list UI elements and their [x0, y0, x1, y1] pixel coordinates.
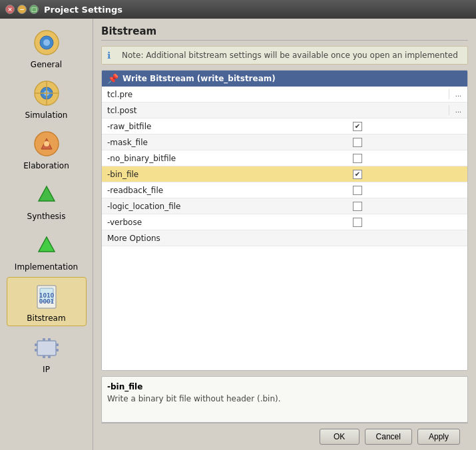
- sidebar-item-implementation[interactable]: Implementation: [7, 226, 87, 274]
- row-checkbox-no-binary-bitfile[interactable]: [348, 152, 467, 165]
- sidebar-item-ip[interactable]: IP: [7, 329, 87, 377]
- checkbox-raw-bitfile[interactable]: ✔: [353, 122, 362, 131]
- table-header-label: Write Bitstream (write_bitstream): [122, 74, 276, 83]
- titlebar: × − □ Project Settings: [0, 0, 476, 19]
- row-name-bin-file: -bin_file: [102, 168, 348, 181]
- svg-rect-18: [35, 349, 37, 351]
- sidebar-item-ip-label: IP: [43, 365, 50, 374]
- description-area: -bin_file Write a binary bit file withou…: [101, 376, 468, 423]
- svg-rect-20: [56, 349, 59, 351]
- svg-point-2: [43, 39, 50, 46]
- row-checkbox-mask-file[interactable]: [348, 136, 467, 149]
- svg-rect-17: [35, 343, 37, 346]
- sidebar-item-implementation-label: Implementation: [15, 262, 78, 272]
- row-value-more-options: [348, 236, 467, 240]
- window-title: Project Settings: [44, 5, 122, 15]
- sidebar-item-general-label: General: [31, 60, 62, 69]
- implementation-icon: [31, 229, 63, 261]
- svg-rect-16: [37, 341, 56, 355]
- row-value-tcl-pre: [329, 93, 449, 97]
- svg-point-9: [44, 141, 49, 146]
- svg-text:1010: 1010: [39, 293, 54, 299]
- maximize-button[interactable]: □: [29, 5, 39, 14]
- checkbox-bin-file[interactable]: ✔: [353, 170, 362, 179]
- table-row[interactable]: -raw_bitfile✔: [102, 118, 467, 134]
- sidebar-item-elaboration[interactable]: Elaboration: [7, 125, 87, 173]
- close-button[interactable]: ×: [5, 5, 15, 14]
- elaboration-icon: [31, 128, 63, 160]
- pin-icon: 📌: [107, 73, 119, 84]
- checkbox-mask-file[interactable]: [353, 138, 362, 147]
- sidebar-item-elaboration-label: Elaboration: [23, 161, 69, 170]
- footer: OK Cancel Apply: [101, 423, 468, 450]
- checkbox-readback-file[interactable]: [353, 186, 362, 195]
- info-message: Note: Additional bitstream settings will…: [122, 51, 458, 60]
- section-title: Bitstream: [101, 25, 468, 41]
- simulation-icon: [31, 77, 63, 109]
- description-text: Write a binary bit file without header (…: [107, 394, 462, 403]
- sidebar-item-bitstream[interactable]: 1010 0001 Bitstream: [7, 277, 87, 326]
- minimize-button[interactable]: −: [17, 5, 27, 14]
- sidebar-item-simulation[interactable]: Simulation: [7, 75, 87, 122]
- settings-table: 📌 Write Bitstream (write_bitstream) tcl.…: [101, 70, 468, 371]
- row-checkbox-logic-location-file[interactable]: [348, 200, 467, 213]
- table-row[interactable]: tcl.post...: [102, 103, 467, 118]
- apply-button[interactable]: Apply: [417, 429, 460, 445]
- checkbox-verbose[interactable]: [353, 218, 362, 227]
- info-icon: ℹ: [107, 50, 118, 61]
- info-bar: ℹ Note: Additional bitstream settings wi…: [101, 46, 468, 65]
- row-checkbox-verbose[interactable]: [348, 216, 467, 229]
- row-checkbox-bin-file[interactable]: ✔: [348, 168, 467, 181]
- general-icon: [31, 27, 63, 59]
- checkbox-logic-location-file[interactable]: [353, 202, 362, 211]
- table-row[interactable]: -mask_file: [102, 134, 467, 150]
- sidebar-item-general[interactable]: General: [7, 24, 87, 72]
- row-value-tcl-post: [329, 109, 449, 112]
- ellipsis-button-tcl-pre[interactable]: ...: [449, 89, 467, 99]
- row-name-logic-location-file: -logic_location_file: [102, 200, 348, 213]
- svg-rect-21: [43, 338, 45, 341]
- ellipsis-button-tcl-post[interactable]: ...: [449, 105, 467, 115]
- sidebar-item-synthesis-label: Synthesis: [27, 212, 66, 221]
- svg-rect-19: [56, 343, 59, 346]
- ip-icon: [31, 332, 63, 363]
- checkbox-no-binary-bitfile[interactable]: [353, 154, 362, 163]
- row-name-raw-bitfile: -raw_bitfile: [102, 120, 348, 133]
- table-row[interactable]: -readback_file: [102, 182, 467, 198]
- table-body: tcl.pre...tcl.post...-raw_bitfile✔-mask_…: [102, 87, 467, 246]
- row-name-tcl-post: tcl.post: [102, 104, 329, 117]
- row-name-tcl-pre: tcl.pre: [102, 88, 329, 101]
- svg-text:0001: 0001: [39, 299, 54, 305]
- main-container: General Simulation: [0, 19, 476, 450]
- table-row[interactable]: -logic_location_file: [102, 198, 467, 214]
- svg-rect-24: [48, 355, 51, 358]
- sidebar: General Simulation: [0, 19, 93, 450]
- row-name-verbose: -verbose: [102, 216, 348, 229]
- svg-marker-10: [39, 186, 55, 201]
- row-name-more-options: More Options: [102, 232, 348, 245]
- row-checkbox-readback-file[interactable]: [348, 184, 467, 197]
- titlebar-buttons: × − □: [5, 5, 39, 14]
- ok-button[interactable]: OK: [320, 429, 359, 445]
- sidebar-item-synthesis[interactable]: Synthesis: [7, 176, 87, 224]
- synthesis-icon: [31, 178, 63, 210]
- table-header: 📌 Write Bitstream (write_bitstream): [102, 71, 467, 87]
- row-name-mask-file: -mask_file: [102, 136, 348, 149]
- sidebar-item-bitstream-label: Bitstream: [27, 314, 65, 323]
- description-title: -bin_file: [107, 382, 462, 391]
- table-row[interactable]: -no_binary_bitfile: [102, 150, 467, 166]
- row-name-no-binary-bitfile: -no_binary_bitfile: [102, 152, 348, 165]
- row-name-readback-file: -readback_file: [102, 184, 348, 197]
- svg-marker-11: [39, 237, 55, 252]
- svg-rect-23: [43, 355, 45, 358]
- sidebar-item-simulation-label: Simulation: [25, 111, 68, 120]
- table-row[interactable]: -verbose: [102, 214, 467, 230]
- svg-rect-22: [48, 338, 51, 341]
- table-row[interactable]: More Options: [102, 230, 467, 246]
- row-checkbox-raw-bitfile[interactable]: ✔: [348, 120, 467, 133]
- table-row[interactable]: tcl.pre...: [102, 87, 467, 103]
- cancel-button[interactable]: Cancel: [365, 429, 412, 445]
- bitstream-icon: 1010 0001: [31, 280, 63, 312]
- table-row[interactable]: -bin_file✔: [102, 166, 467, 182]
